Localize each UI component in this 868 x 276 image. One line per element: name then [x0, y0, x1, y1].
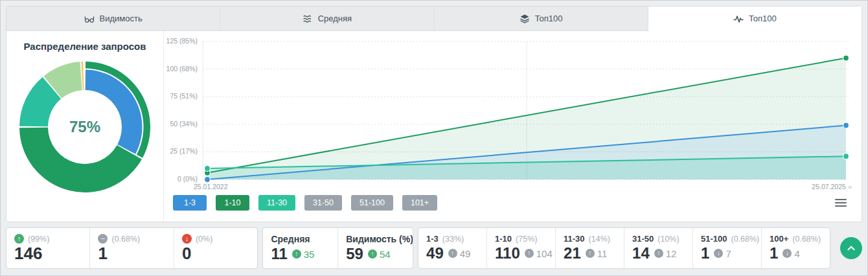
point-11-30 — [205, 165, 211, 171]
donut-center-label: 75% — [69, 118, 100, 136]
range-value-row: 14↑12 — [632, 244, 685, 263]
x-axis-end-label: 25.07.2025 — [812, 183, 846, 190]
y-tick-label: 100 (68%) — [160, 65, 198, 73]
range-value: 1 — [770, 244, 778, 263]
donut-segment-1-3 — [86, 70, 143, 154]
average-label: Средняя — [271, 234, 310, 244]
down-circle-icon: ↓ — [714, 249, 723, 258]
range-delta-value: 49 — [460, 248, 471, 259]
y-tick-label: 125 (85%) — [160, 37, 198, 45]
range-percent: (75%) — [516, 235, 537, 244]
range-value-row: 49↑49 — [426, 244, 479, 263]
donut-title: Распределение запросов — [6, 41, 163, 52]
range-cell-51-100[interactable]: 51-100(0.68%)1↓7 — [692, 228, 761, 268]
total-percent: (99%) — [28, 235, 49, 244]
average-value-row: 59↑54 — [346, 245, 405, 264]
range-label: 1-3 — [426, 234, 439, 244]
tab-label: Средняя — [318, 14, 352, 23]
average-value-row: 11↑35 — [271, 245, 330, 264]
scroll-top-button[interactable] — [840, 237, 862, 259]
average-value: 11 — [271, 245, 287, 264]
line-chart-svg — [203, 41, 851, 179]
range-head: 100+(0.68%) — [770, 234, 822, 244]
average-cell-0[interactable]: Средняя11↑35 — [263, 228, 337, 268]
layers-icon — [520, 14, 530, 24]
total-cell-1[interactable]: −(0.68%)1 — [89, 228, 173, 268]
range-value-row: 1↓7 — [701, 244, 753, 263]
total-value-row: 146 — [14, 244, 82, 264]
chevron-up-icon — [845, 242, 857, 254]
tab-видимость-0[interactable]: Видимость — [6, 6, 220, 31]
chart-legend: 1-31-1011-3031-5051-100101+ — [173, 195, 437, 211]
total-percent: (0%) — [196, 235, 212, 244]
total-value: 0 — [182, 244, 191, 264]
y-tick-label: 25 (17%) — [160, 147, 198, 155]
average-delta-value: 54 — [380, 249, 391, 260]
range-delta-value: 7 — [725, 248, 731, 259]
range-percent: (0.68%) — [731, 235, 760, 244]
range-label: 51-100 — [701, 234, 727, 244]
total-value: 1 — [98, 244, 107, 264]
dashboard: ВидимостьСредняяТоп100Топ100 Распределен… — [1, 1, 867, 274]
legend-button-51-100[interactable]: 51-100 — [351, 195, 393, 211]
legend-button-101+[interactable]: 101+ — [402, 195, 437, 211]
average-head: Видимость (%) — [346, 234, 405, 244]
legend-button-1-10[interactable]: 1-10 — [216, 195, 249, 211]
up-circle-icon: ↑ — [448, 249, 457, 258]
range-head: 31-50(10%) — [632, 234, 685, 244]
summary-bar: ↑(99%)146−(0.68%)1↓(0%)0 Средняя11↑35Вид… — [6, 227, 862, 269]
total-head: ↓(0%) — [182, 234, 249, 244]
tab-топ100-3[interactable]: Топ100 — [648, 6, 862, 31]
range-cell-11-30[interactable]: 11-30(14%)21↑11 — [555, 228, 624, 268]
range-delta: ↑104 — [525, 248, 553, 259]
y-tick-label: 50 (34%) — [160, 120, 198, 128]
range-delta: ↓4 — [782, 248, 799, 259]
range-cell-31-50[interactable]: 31-50(10%)14↑12 — [624, 228, 692, 268]
totals-card: ↑(99%)146−(0.68%)1↓(0%)0 — [6, 227, 258, 269]
chart-section: 125 (85%)100 (68%)75 (51%)50 (34%)25 (17… — [164, 31, 862, 222]
range-percent: (33%) — [442, 235, 464, 244]
range-head: 1-10(75%) — [495, 234, 547, 244]
point-1-10 — [843, 55, 849, 61]
range-value: 1 — [701, 244, 709, 263]
average-value: 59 — [346, 245, 363, 264]
range-delta: ↑11 — [586, 248, 608, 259]
range-cell-100+[interactable]: 100+(0.68%)1↓4 — [761, 228, 830, 268]
chart-menu-icon[interactable] — [833, 197, 849, 209]
average-cell-1[interactable]: Видимость (%)59↑54 — [337, 228, 413, 268]
pulse-icon — [733, 14, 744, 24]
range-delta-value: 11 — [597, 248, 608, 259]
up-circle-icon: ↑ — [292, 249, 301, 259]
legend-button-11-30[interactable]: 11-30 — [258, 195, 295, 211]
tab-топ100-2[interactable]: Топ100 — [435, 6, 648, 31]
range-head: 1-3(33%) — [426, 234, 479, 244]
range-delta: ↑12 — [654, 248, 677, 259]
up-circle-icon: ↑ — [654, 249, 663, 258]
total-percent: (0.68%) — [111, 235, 140, 244]
x-axis: 25.01.2022 25.07.2025» — [194, 179, 852, 190]
average-label: Видимость (%) — [346, 234, 413, 244]
tab-средняя-1[interactable]: Средняя — [220, 6, 434, 31]
total-cell-2[interactable]: ↓(0%)0 — [174, 228, 257, 268]
range-label: 11-30 — [564, 234, 585, 244]
y-tick-label: 0 (0%) — [160, 175, 198, 183]
range-value: 14 — [632, 244, 650, 263]
down-circle-icon: ↓ — [782, 249, 792, 258]
tab-label: Топ100 — [535, 14, 563, 23]
range-delta-value: 4 — [794, 248, 799, 259]
range-cell-1-3[interactable]: 1-3(33%)49↑49 — [418, 228, 486, 268]
line-chart: 125 (85%)100 (68%)75 (51%)50 (34%)25 (17… — [203, 41, 851, 179]
average-head: Средняя — [271, 234, 330, 244]
range-cell-1-10[interactable]: 1-10(75%)110↑104 — [486, 228, 555, 268]
point-11-30 — [843, 154, 849, 159]
average-delta-value: 35 — [304, 249, 315, 260]
legend-button-31-50[interactable]: 31-50 — [304, 195, 342, 211]
range-delta-value: 12 — [666, 248, 677, 259]
average-delta: ↑35 — [292, 249, 315, 260]
total-cell-0[interactable]: ↑(99%)146 — [6, 228, 89, 268]
x-axis-arrow-icon: » — [848, 183, 852, 190]
donut-chart: 75% — [19, 61, 151, 193]
tab-label: Видимость — [100, 14, 143, 23]
average-delta: ↑54 — [368, 249, 391, 260]
legend-button-1-3[interactable]: 1-3 — [173, 195, 207, 211]
